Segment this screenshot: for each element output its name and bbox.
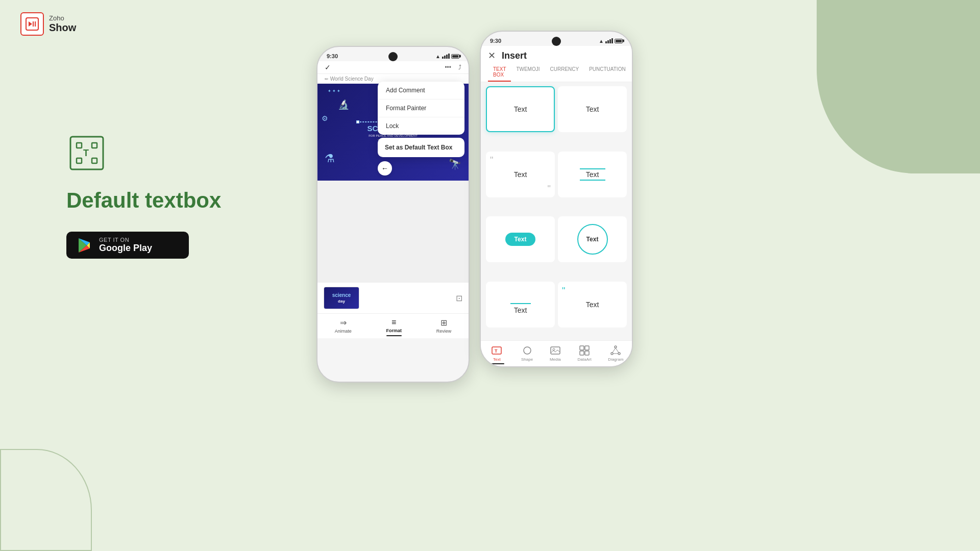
- card-text-1: Text: [514, 105, 527, 113]
- svg-point-16: [524, 347, 531, 354]
- text-nav-icon: T: [491, 345, 502, 356]
- nav-text[interactable]: T Text: [489, 345, 504, 364]
- svg-line-27: [616, 348, 619, 353]
- textbox-card-bold[interactable]: Text: [486, 86, 555, 132]
- phone-2-bottom-nav: T Text Shape: [481, 340, 632, 366]
- quote-left: ": [490, 156, 493, 165]
- top-line: [580, 168, 605, 169]
- review-label: Review: [436, 329, 452, 334]
- teal-quote-left: ": [562, 286, 565, 296]
- card-text-6: Text: [586, 236, 599, 243]
- nav-shape[interactable]: Shape: [521, 345, 533, 364]
- svg-rect-2: [33, 21, 34, 27]
- phone-2: 9:30 ▲ ✕ Insert TEXT BOX TWEMOJ: [480, 31, 633, 367]
- phone-1-notch: [388, 52, 398, 61]
- textbox-card-circle[interactable]: Text: [558, 216, 627, 262]
- get-it-on-label: GET IT ON: [99, 237, 152, 243]
- google-play-button[interactable]: GET IT ON Google Play: [66, 232, 189, 259]
- expand-icon[interactable]: ⊡: [456, 293, 462, 303]
- google-play-icon: [77, 237, 93, 254]
- svg-point-24: [611, 353, 613, 355]
- svg-point-23: [615, 346, 617, 348]
- svg-point-25: [618, 353, 620, 355]
- tab-currency[interactable]: CURRENCY: [545, 63, 584, 82]
- set-default-textbox-btn[interactable]: Set as Default Text Box: [378, 138, 464, 157]
- card-text-4: Text: [586, 170, 599, 179]
- phone-1-toolbar: ✓ ••• ⤴: [317, 61, 469, 74]
- phone-2-time: 9:30: [490, 38, 501, 44]
- textbox-card-partial-2[interactable]: " Text: [558, 282, 627, 328]
- diagram-nav-icon: [610, 345, 621, 356]
- svg-rect-22: [585, 351, 589, 355]
- nav-diagram[interactable]: Diagram: [608, 345, 623, 364]
- google-play-text: GET IT ON Google Play: [99, 237, 152, 254]
- nav-shape-label: Shape: [521, 357, 533, 362]
- left-panel: T Default textbox GET IT ON Google Play: [66, 133, 221, 259]
- nav-dataart[interactable]: DataArt: [578, 345, 592, 364]
- bottom-line: [580, 180, 605, 181]
- dataart-nav-icon: [579, 345, 590, 356]
- svg-text:T: T: [83, 148, 89, 158]
- svg-rect-8: [92, 158, 97, 163]
- phone-1-signal: ▲: [435, 54, 459, 59]
- nav-media[interactable]: Media: [550, 345, 561, 364]
- bg-decoration-bottom: [0, 449, 92, 551]
- review-tab[interactable]: ⊞ Review: [436, 318, 452, 336]
- animate-label: Animate: [335, 329, 352, 334]
- context-menu-lock[interactable]: Lock: [378, 117, 464, 135]
- back-arrow-btn[interactable]: ←: [378, 161, 392, 176]
- phone-2-signal: ▲: [599, 38, 623, 44]
- partial-top-line: [510, 303, 531, 304]
- slide-thumbnail-strip[interactable]: scienceday: [324, 287, 359, 309]
- svg-point-18: [553, 348, 555, 350]
- context-menu-add-comment[interactable]: Add Comment: [378, 82, 464, 99]
- battery-fill-2: [616, 40, 622, 42]
- card-text-7: Text: [514, 306, 527, 314]
- phones-container: 9:30 ▲ ✓ ••• ⤴: [316, 31, 633, 383]
- tab-twemoji[interactable]: TWEMOJI: [511, 63, 545, 82]
- card-text-2: Text: [586, 105, 599, 113]
- card-text-8: Text: [586, 300, 599, 309]
- close-icon[interactable]: ✕: [488, 50, 496, 61]
- context-menu-format-painter[interactable]: Format Painter: [378, 99, 464, 117]
- svg-text:T: T: [495, 348, 498, 354]
- zoho-logo-svg: [25, 17, 39, 31]
- quote-right: ": [548, 184, 551, 193]
- check-icon: ✓: [325, 63, 331, 71]
- brand-name: Zoho: [49, 15, 76, 22]
- format-tab[interactable]: ≡ Format: [386, 318, 402, 336]
- tab-textbox[interactable]: TEXT BOX: [488, 63, 511, 82]
- active-indicator: [386, 335, 402, 336]
- bg-decoration-top: [817, 0, 980, 173]
- signal-bar: [442, 54, 450, 59]
- svg-rect-20: [585, 346, 589, 350]
- breadcrumb-text: World Science Day: [330, 76, 374, 82]
- textbox-card-partial-1[interactable]: Text: [486, 282, 555, 328]
- nav-dataart-label: DataArt: [578, 357, 592, 362]
- nav-diagram-label: Diagram: [608, 357, 623, 362]
- tab-punctuation[interactable]: PUNCTUATION: [584, 63, 630, 82]
- textbox-card-quote[interactable]: " Text ": [486, 152, 555, 197]
- phone-2-notch: [552, 37, 561, 46]
- textbox-card-teal[interactable]: Text: [486, 216, 555, 262]
- phone-1: 9:30 ▲ ✓ ••• ⤴: [316, 46, 470, 383]
- svg-line-26: [612, 348, 616, 353]
- partial-card-content: Text: [486, 295, 555, 314]
- textbox-card-line[interactable]: Text: [558, 152, 627, 197]
- insert-title: Insert: [502, 51, 527, 61]
- nav-text-label: Text: [493, 357, 501, 362]
- media-nav-icon: [550, 345, 561, 356]
- textbox-grid: Text Text " Text " Text: [481, 82, 632, 347]
- phone-1-time: 9:30: [327, 53, 338, 59]
- animate-tab[interactable]: ⇒ Animate: [335, 318, 352, 336]
- svg-rect-21: [580, 351, 584, 355]
- toolbar-icons: ••• ⤴: [445, 64, 461, 71]
- bottom-toolbar: ⇒ Animate ≡ Format ⊞ Review: [317, 313, 469, 338]
- battery-fill: [452, 55, 458, 58]
- battery-icon-2: [615, 39, 623, 43]
- app-name: Show: [49, 22, 76, 33]
- format-label: Format: [386, 328, 402, 333]
- textbox-card-normal[interactable]: Text: [558, 86, 627, 132]
- logo-text: Zoho Show: [49, 15, 76, 33]
- nav-active-indicator: [489, 363, 504, 364]
